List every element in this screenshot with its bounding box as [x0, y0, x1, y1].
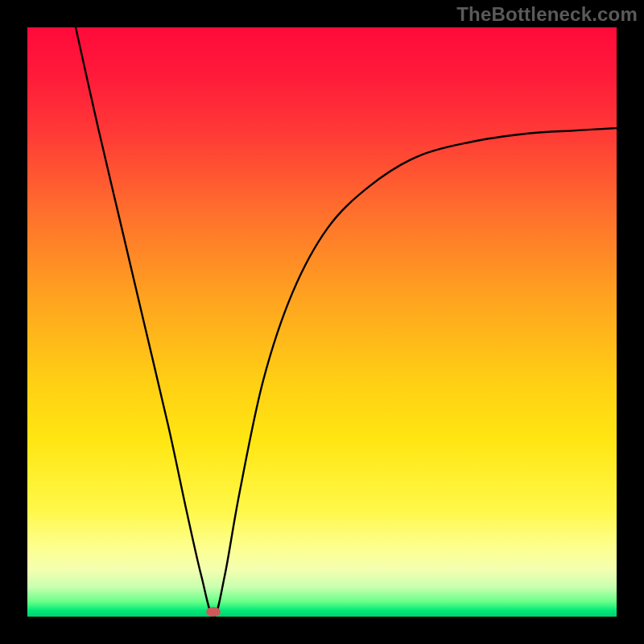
optimal-marker: [206, 607, 221, 617]
bottleneck-curve: [27, 27, 617, 617]
watermark-text: TheBottleneck.com: [456, 3, 638, 26]
chart-frame: TheBottleneck.com: [0, 0, 644, 644]
plot-area: [27, 27, 617, 617]
